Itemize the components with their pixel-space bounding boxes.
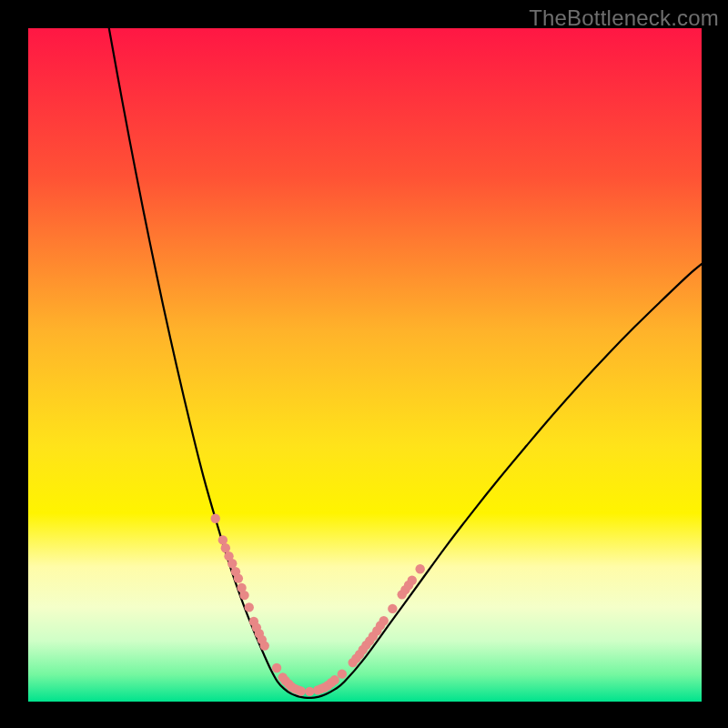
- chart-stage: TheBottleneck.com: [0, 0, 728, 728]
- svg-point-2: [221, 543, 230, 552]
- svg-point-46: [415, 564, 424, 573]
- svg-point-8: [239, 591, 248, 600]
- plot-area: [28, 28, 702, 702]
- svg-point-41: [388, 604, 397, 613]
- svg-point-23: [305, 687, 314, 696]
- svg-point-6: [234, 573, 243, 582]
- svg-point-45: [408, 576, 417, 585]
- svg-point-40: [379, 616, 389, 625]
- gradient-background: [28, 28, 702, 702]
- watermark-text: TheBottleneck.com: [529, 5, 719, 31]
- svg-point-14: [260, 641, 269, 650]
- svg-point-30: [338, 669, 347, 678]
- svg-point-29: [330, 675, 339, 684]
- svg-point-1: [218, 535, 228, 544]
- plot-svg: [28, 28, 702, 702]
- svg-point-4: [228, 559, 237, 568]
- svg-point-22: [297, 686, 306, 695]
- svg-point-9: [245, 602, 254, 612]
- svg-point-15: [272, 663, 281, 672]
- svg-point-0: [211, 514, 220, 523]
